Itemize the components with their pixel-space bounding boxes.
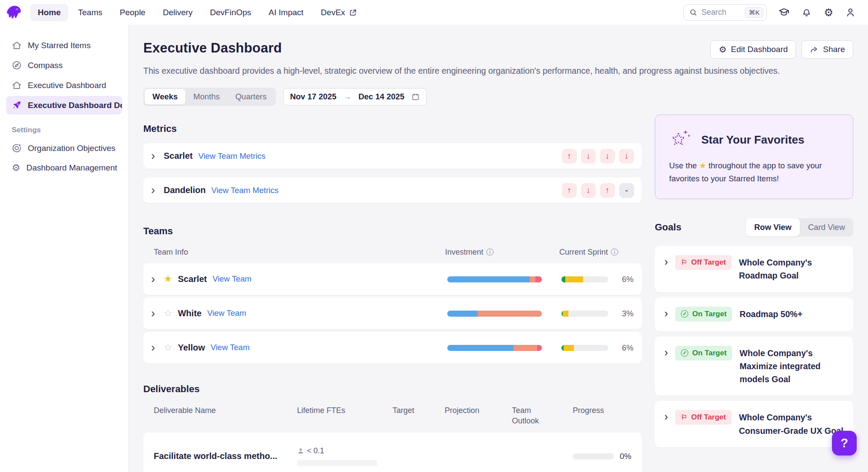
trend-up-icon: ↑	[562, 183, 577, 198]
star-your-favorites-card: Star Your Favorites Use the ★ throughout…	[655, 115, 853, 199]
column-projection: Projection	[445, 405, 512, 426]
app-shell: My Starred Items Compass Executive Dashb…	[0, 25, 868, 472]
row-view-toggle[interactable]: Row View	[746, 218, 800, 236]
favorite-star-icon[interactable]: ★	[164, 274, 172, 284]
expand-chevron-icon[interactable]: ›	[664, 347, 668, 358]
goals-header: Goals Row View Card View	[655, 218, 853, 236]
expand-chevron-icon[interactable]: ›	[151, 151, 155, 161]
teams-table-header: Team Info Investment ⓘ Current Sprint ⓘ	[143, 247, 642, 257]
sidebar-item-label: Dashboard Management	[26, 163, 117, 173]
trend-up-icon: ↑	[600, 183, 615, 198]
investment-segment-blue	[447, 345, 514, 351]
rocket-icon	[12, 100, 22, 110]
deliverable-name: Facilitate world-class metho...	[154, 451, 297, 461]
share-button[interactable]: Share	[802, 40, 853, 59]
metric-row-dandelion: › Dandelion View Team Metrics ↑ ↓ ↑ -	[143, 177, 642, 203]
deliverables-heading: Deliverables	[143, 384, 642, 395]
expand-chevron-icon[interactable]: ›	[151, 342, 155, 353]
nav-item-devex[interactable]: DevEx	[314, 4, 364, 21]
column-investment: Investment ⓘ	[445, 247, 559, 257]
topbar-right-controls: Search ⌘K ⚙	[683, 4, 856, 21]
granularity-weeks-tab[interactable]: Weeks	[145, 89, 185, 105]
search-placeholder: Search	[701, 8, 726, 17]
account-avatar-icon[interactable]	[845, 7, 856, 18]
view-team-link[interactable]: View Team	[211, 343, 250, 352]
date-arrow-icon: →	[343, 92, 352, 102]
current-sprint-cell: 6%	[561, 275, 634, 284]
expand-chevron-icon[interactable]: ›	[664, 411, 668, 422]
team-row-yellow: › ☆ Yellow View Team	[143, 332, 642, 364]
view-team-link[interactable]: View Team	[207, 308, 246, 318]
trend-down-icon: ↓	[581, 183, 596, 198]
column-deliverable-name: Deliverable Name	[154, 405, 297, 426]
jellyfish-logo-icon[interactable]	[6, 4, 23, 21]
expand-chevron-icon[interactable]: ›	[151, 308, 155, 318]
expand-chevron-icon[interactable]: ›	[664, 256, 668, 267]
edit-dashboard-label: Edit Dashboard	[731, 45, 788, 54]
sidebar-item-executive-dashboard-demo[interactable]: Executive Dashboard De...	[6, 96, 122, 115]
favorite-star-icon[interactable]: ☆	[164, 343, 172, 352]
right-column: Star Your Favorites Use the ★ throughout…	[655, 106, 853, 472]
goal-status-label: On Target	[692, 349, 726, 357]
card-view-toggle[interactable]: Card View	[800, 218, 853, 236]
sidebar-item-label: Compass	[28, 61, 63, 70]
column-team-outlook: Team Outlook	[512, 405, 551, 426]
sidebar-item-compass[interactable]: Compass	[6, 56, 122, 75]
calendar-icon[interactable]	[411, 92, 420, 101]
granularity-months-tab[interactable]: Months	[185, 89, 228, 105]
nav-item-delivery[interactable]: Delivery	[155, 4, 200, 21]
column-team-info: Team Info	[154, 247, 445, 257]
academy-icon[interactable]	[779, 7, 789, 18]
team-info-cell: › ☆ White View Team	[151, 308, 447, 318]
goals-view-toggle: Row View Card View	[746, 218, 853, 236]
view-team-link[interactable]: View Team	[212, 274, 251, 284]
sidebar-item-organization-objectives[interactable]: Organization Objectives	[6, 139, 122, 157]
investment-segment-salmon	[478, 311, 542, 317]
external-link-icon	[349, 9, 357, 16]
person-icon	[297, 447, 304, 455]
metrics-heading: Metrics	[143, 123, 642, 134]
goal-title: Whole Company's Maximize integrated mode…	[739, 347, 844, 386]
search-input[interactable]: Search ⌘K	[683, 4, 767, 21]
start-date[interactable]: Nov 17 2025	[290, 92, 337, 102]
info-icon[interactable]: ⓘ	[611, 247, 618, 257]
nav-item-people[interactable]: People	[112, 4, 153, 21]
sidebar-item-my-starred-items[interactable]: My Starred Items	[6, 36, 122, 55]
nav-item-devfinops[interactable]: DevFinOps	[203, 4, 259, 21]
notifications-bell-icon[interactable]	[801, 7, 812, 18]
lifetime-ftes-cell: < 0.1	[297, 446, 393, 466]
nav-item-ai-impact[interactable]: AI Impact	[261, 4, 311, 21]
sparkle-star-icon	[669, 128, 693, 151]
expand-chevron-icon[interactable]: ›	[151, 274, 155, 284]
info-icon[interactable]: ⓘ	[486, 247, 494, 257]
sidebar-item-dashboard-management[interactable]: ⚙ Dashboard Management	[6, 159, 122, 177]
trend-badges: ↑ ↓ ↓ ↓	[562, 149, 634, 164]
sidebar-item-executive-dashboard[interactable]: Executive Dashboard	[6, 76, 122, 95]
favorite-star-icon[interactable]: ☆	[164, 308, 172, 318]
end-date[interactable]: Dec 14 2025	[358, 92, 404, 102]
search-shortcut-badge: ⌘K	[745, 7, 763, 18]
team-name: Yellow	[178, 343, 205, 353]
expand-chevron-icon[interactable]: ›	[664, 308, 668, 319]
view-team-metrics-link[interactable]: View Team Metrics	[211, 186, 279, 195]
share-label: Share	[823, 45, 845, 54]
investment-bar	[447, 276, 542, 282]
nav-item-teams[interactable]: Teams	[71, 4, 110, 21]
view-team-metrics-link[interactable]: View Team Metrics	[198, 151, 266, 161]
yellow-star-icon: ★	[699, 161, 706, 170]
settings-gear-icon[interactable]: ⚙	[824, 7, 833, 18]
granularity-quarters-tab[interactable]: Quarters	[228, 89, 274, 105]
primary-nav: Home Teams People Delivery DevFinOps AI …	[30, 4, 364, 21]
help-button[interactable]: ?	[832, 431, 857, 456]
metric-row-scarlet: › Scarlet View Team Metrics ↑ ↓ ↓ ↓	[143, 143, 642, 169]
goal-status-badge: ✓ On Target	[675, 346, 732, 361]
goal-row: › ✓ On Target Roadmap 50%+	[655, 298, 853, 331]
expand-chevron-icon[interactable]: ›	[151, 185, 155, 195]
investment-bar	[447, 311, 542, 317]
investment-segment-salmon	[530, 276, 535, 282]
nav-item-home[interactable]: Home	[30, 4, 68, 21]
column-label: Investment	[445, 248, 483, 257]
main-content: Executive Dashboard ⚙ Edit Dashboard Sha…	[129, 25, 868, 472]
date-range-picker[interactable]: Nov 17 2025 → Dec 14 2025	[283, 88, 427, 105]
edit-dashboard-button[interactable]: ⚙ Edit Dashboard	[710, 40, 796, 59]
